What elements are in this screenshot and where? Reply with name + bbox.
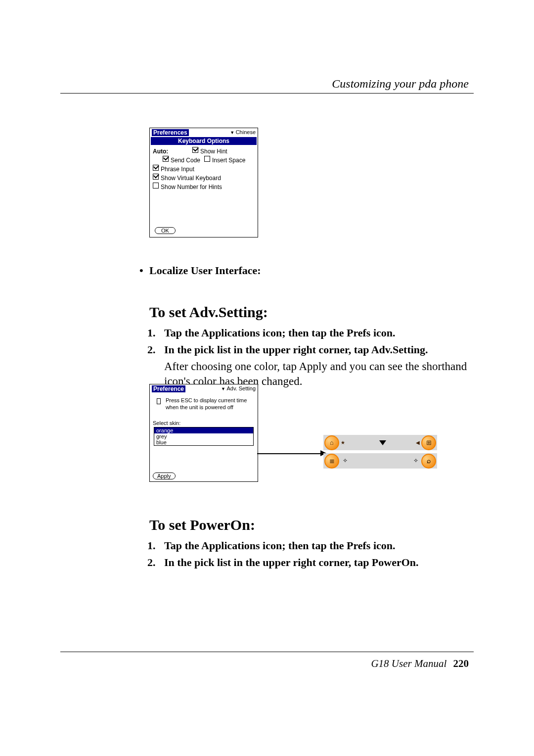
label-show-hint: Show Hint xyxy=(200,147,227,156)
find-icon[interactable]: ⌕ xyxy=(421,454,436,469)
skin-label: Select skin: xyxy=(153,420,255,426)
label-esc-clock: Press ESC to display current time when t… xyxy=(166,397,255,411)
plus-icon[interactable]: ✧ xyxy=(343,457,348,465)
graffiti-down-arrow-icon[interactable] xyxy=(379,440,386,445)
brightness-icon[interactable] xyxy=(339,439,346,446)
header-rule xyxy=(60,93,474,94)
heading-poweron: To set PowerOn: xyxy=(149,517,469,533)
contrast-left-icon[interactable] xyxy=(414,439,421,446)
bullet-localize-ui: Localize User Interface: xyxy=(149,264,469,277)
skin-option-orange[interactable]: orange xyxy=(154,427,253,433)
adv-step2: 2. In the pick list in the upper right c… xyxy=(164,343,469,356)
adv-step1: 1. Tap the Applications icon; then tap t… xyxy=(164,327,469,339)
label-virtual-keyboard: Show Virtual Keyboard xyxy=(161,174,221,183)
poweron-step1-text: Tap the Applications icon; then tap the … xyxy=(164,539,396,552)
pda2-title: Preference xyxy=(152,385,185,392)
checkbox-virtual-keyboard[interactable] xyxy=(153,174,159,180)
skin-option-grey[interactable]: grey xyxy=(154,433,253,439)
keyboard-options-header: Keyboard Options xyxy=(151,137,257,145)
pda-preferences-chinese: Preferences Chinese Keyboard Options Aut… xyxy=(149,128,258,237)
checkbox-send-code[interactable] xyxy=(163,156,169,162)
skin-listbox[interactable]: orange grey blue xyxy=(154,427,254,446)
home-icon[interactable]: ⌂ xyxy=(324,435,339,450)
checkbox-esc-clock[interactable] xyxy=(157,398,161,404)
page-number: 220 xyxy=(453,658,469,669)
checkbox-insert-space[interactable] xyxy=(204,156,210,162)
heading-adv-setting: To set Adv.Setting: xyxy=(149,304,469,321)
checkbox-show-hint[interactable] xyxy=(192,147,198,153)
callout-line xyxy=(257,453,323,454)
pda1-title: Preferences xyxy=(152,129,189,136)
apply-button[interactable]: Apply xyxy=(153,472,176,479)
shorthand-icon-dock: ⌂ ⊞ ≣ ✧ ✧ ⌕ xyxy=(323,435,437,469)
label-number-hints: Show Number for Hints xyxy=(161,183,222,191)
checkbox-number-hints[interactable] xyxy=(153,183,159,189)
poweron-step1: 1. Tap the Applications icon; then tap t… xyxy=(164,539,469,552)
manual-name: G18 User Manual xyxy=(371,658,446,669)
checkbox-phrase-input[interactable] xyxy=(153,165,159,171)
footer: G18 User Manual 220 xyxy=(371,658,469,670)
poweron-step2: 2. In the pick list in the upper right c… xyxy=(164,556,469,569)
label-phrase-input: Phrase Input xyxy=(161,165,194,174)
brightness2-icon[interactable]: ✧ xyxy=(413,457,418,465)
ok-button[interactable]: OK xyxy=(155,227,176,234)
auto-label: Auto: xyxy=(153,147,192,156)
skin-option-blue[interactable]: blue xyxy=(154,439,253,445)
adv-step1-text: Tap the Applications icon; then tap the … xyxy=(164,327,396,339)
adv-step2-text: In the pick list in the upper right corn… xyxy=(164,343,428,356)
apps-icon[interactable]: ⊞ xyxy=(421,435,436,450)
pda1-category-dropdown[interactable]: Chinese xyxy=(230,129,256,136)
chapter-title: Customizing your pda phone xyxy=(332,77,469,91)
page: Customizing your pda phone Preferences C… xyxy=(60,33,474,686)
pda-preference-advsetting: Preference Adv. Setting Press ESC to dis… xyxy=(149,384,258,482)
label-insert-space: Insert Space xyxy=(212,156,245,165)
poweron-step2-text: In the pick list in the upper right corn… xyxy=(164,556,419,568)
menu-icon[interactable]: ≣ xyxy=(324,454,339,469)
footer-rule xyxy=(60,652,474,652)
pda2-category-dropdown[interactable]: Adv. Setting xyxy=(221,385,256,392)
label-send-code: Send Code xyxy=(171,156,204,165)
